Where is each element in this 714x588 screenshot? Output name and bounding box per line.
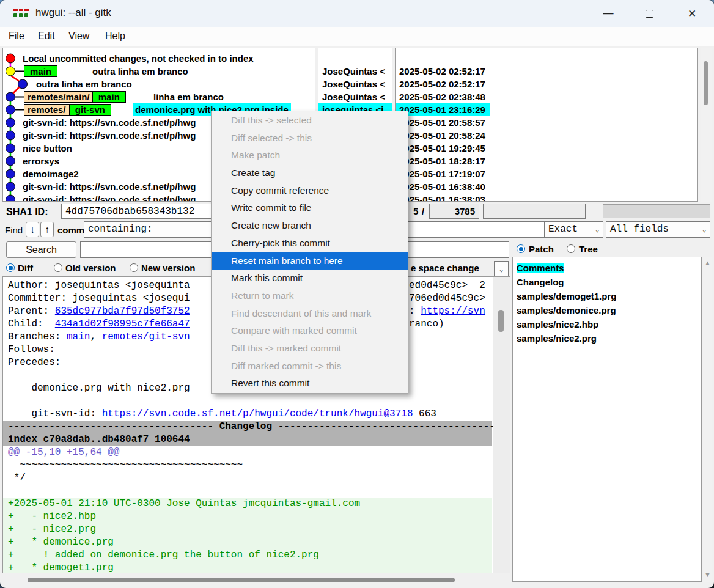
diff-horizontal-scrollbar[interactable] (2, 575, 510, 586)
date-cell[interactable]: 2025-05-01 20:58:24 (396, 129, 698, 142)
commit-link[interactable]: https://svn.code.sf.net/p/hwgui/code/tru… (102, 408, 413, 419)
line-diff-combobox[interactable]: ⌄ (494, 261, 509, 276)
tree-radio[interactable] (567, 244, 575, 253)
search-button[interactable]: Search (6, 241, 76, 258)
total-commits-field: 3785 (429, 204, 479, 219)
context-menu-item[interactable]: Copy commit reference (212, 182, 408, 200)
status-field (483, 204, 586, 219)
match-mode-combobox[interactable]: Exact⌄ (544, 221, 603, 238)
commit-list-scrollbar[interactable] (701, 48, 712, 202)
remote-label[interactable]: remotes/main/ (24, 91, 94, 103)
context-menu-item[interactable]: Reset main branch to here (212, 252, 408, 270)
date-cell[interactable]: 2025-05-02 02:52:17 (396, 65, 698, 78)
find-label: Find (5, 225, 23, 235)
details-scrollbar-thumb[interactable] (498, 310, 504, 332)
date-cell[interactable]: 2025-05-01 18:28:17 (396, 155, 698, 167)
author-cell[interactable] (318, 52, 392, 65)
file-list-pane[interactable]: CommentsChangelogsamples/demoget1.prgsam… (512, 257, 702, 582)
context-menu-item[interactable]: Write commit to file (212, 199, 408, 217)
branch-label[interactable]: main (92, 91, 126, 103)
remote-label[interactable]: remotes/ (24, 104, 70, 116)
commit-summary: git-svn-id: https://svn.code.sf.net/p/hw… (23, 129, 196, 142)
file-list-item[interactable]: samples/nice2.hbp (513, 317, 602, 331)
patch-radio[interactable] (517, 244, 525, 253)
old-version-radio[interactable] (54, 263, 62, 272)
diff-line-text: ~~~~~~~~~~~~~~~~~~~~~~~~~~~~~~~~~~~~~~ (8, 460, 243, 471)
date-cell[interactable]: 2025-05-01 23:16:29 (396, 103, 698, 116)
scroll-down-icon[interactable]: ▼ (704, 571, 711, 578)
commit-row[interactable]: remotes/main/mainlinha em branco (3, 90, 315, 103)
close-icon: ✕ (688, 7, 696, 20)
context-menu-item[interactable]: Create new branch (212, 217, 408, 235)
commit-row[interactable]: Local uncommitted changes, not checked i… (3, 52, 315, 65)
commit-link[interactable]: main (67, 331, 90, 342)
minimize-button[interactable]: — (594, 0, 622, 27)
context-menu-item: Diff this -> marked commit (212, 340, 408, 358)
file-name: samples/demoget1.prg (517, 291, 616, 301)
commit-list-scrollbar-thumb[interactable] (704, 61, 708, 105)
close-button[interactable]: ✕ (678, 0, 706, 27)
author-text: JoseQuintas < (318, 79, 385, 89)
context-menu-item[interactable]: Revert this commit (212, 375, 408, 392)
author-text: JoseQuintas < (318, 92, 385, 102)
find-next-button[interactable]: ↓ (26, 222, 39, 237)
commit-link[interactable]: 635dc977bda7f97d50f3752 (55, 306, 190, 317)
menu-edit[interactable]: Edit (38, 31, 55, 42)
new-version-radio[interactable] (130, 263, 138, 272)
date-cell[interactable] (396, 52, 698, 65)
menu-view[interactable]: View (68, 31, 89, 42)
new-version-label: New version (141, 263, 195, 273)
date-text: 2025-05-02 02:52:17 (396, 66, 485, 76)
detail-text: Precedes: (8, 357, 61, 368)
find-prev-button[interactable]: ↑ (40, 222, 54, 237)
date-cell[interactable]: 2025-05-02 02:52:17 (396, 78, 698, 90)
diff-line: + * demoget1.prg (3, 562, 492, 573)
file-list-scrollbar[interactable]: ▲ ▼ (703, 257, 712, 582)
author-cell[interactable]: JoseQuintas < (318, 78, 392, 90)
scroll-up-icon[interactable]: ▲ (704, 259, 711, 266)
commit-row[interactable]: mainoutra linha em branco (3, 65, 315, 78)
context-menu-item[interactable]: Create tag (212, 164, 408, 182)
file-list-item[interactable]: Comments (513, 261, 568, 275)
date-cell[interactable]: 2025-05-01 20:58:57 (396, 116, 698, 129)
file-list-item[interactable]: samples/nice2.prg (513, 331, 600, 345)
commit-link[interactable]: 434a1d02f98995c7fe66a47 (55, 318, 190, 329)
author-cell[interactable]: JoseQuintas < (318, 90, 392, 103)
context-menu-item: Diff this -> selected (212, 112, 408, 130)
date-text: 2025-05-02 02:52:17 (396, 79, 485, 89)
menu-file[interactable]: File (9, 31, 24, 42)
file-list-item[interactable]: Changelog (513, 275, 568, 289)
minimize-icon: — (603, 7, 614, 20)
commit-row[interactable]: outra linha em branco (3, 78, 315, 90)
branch-label[interactable]: main (24, 65, 57, 77)
date-cell[interactable]: 2025-05-01 17:19:07 (396, 167, 698, 180)
date-cell[interactable]: 2025-05-01 16:38:40 (396, 180, 698, 193)
details-scrollbar[interactable] (493, 277, 510, 573)
commit-link[interactable]: remotes/git-svn (102, 331, 190, 342)
commit-context-menu: Diff this -> selectedDiff selected -> th… (211, 111, 408, 394)
context-menu-item[interactable]: Cherry-pick this commit (212, 235, 408, 252)
fields-combobox[interactable]: All fields⌄ (606, 221, 710, 238)
context-menu-item: Diff selected -> this (212, 130, 408, 147)
old-version-label: Old version (65, 263, 116, 273)
file-list-item[interactable]: samples/demonice.prg (513, 303, 620, 317)
menu-help[interactable]: Help (105, 31, 125, 42)
context-menu-item: Diff marked commit -> this (212, 358, 408, 375)
progress-bar (603, 204, 710, 218)
row-slash: / (422, 206, 424, 216)
date-cell[interactable]: 2025-05-01 19:29:45 (396, 142, 698, 155)
date-cell[interactable]: 2025-05-02 02:38:48 (396, 90, 698, 103)
date-text: 2025-05-01 17:19:07 (396, 169, 485, 179)
commit-link[interactable]: https://svn (421, 306, 485, 317)
file-list-item[interactable]: samples/demoget1.prg (513, 289, 620, 303)
date-pane[interactable]: 2025-05-02 02:52:172025-05-02 02:52:1720… (395, 48, 698, 202)
diff-horizontal-scrollbar-thumb[interactable] (28, 578, 455, 582)
date-cell[interactable]: 2025-05-01 16:38:03 (396, 193, 698, 202)
detail-text: Committer: josequintas <josequi (8, 293, 190, 304)
maximize-icon (646, 10, 653, 18)
context-menu-item[interactable]: Mark this commit (212, 270, 408, 287)
diff-radio[interactable] (6, 263, 15, 272)
maximize-button[interactable] (635, 0, 663, 27)
branch-label[interactable]: git-svn (69, 104, 111, 116)
author-cell[interactable]: JoseQuintas < (318, 65, 392, 78)
